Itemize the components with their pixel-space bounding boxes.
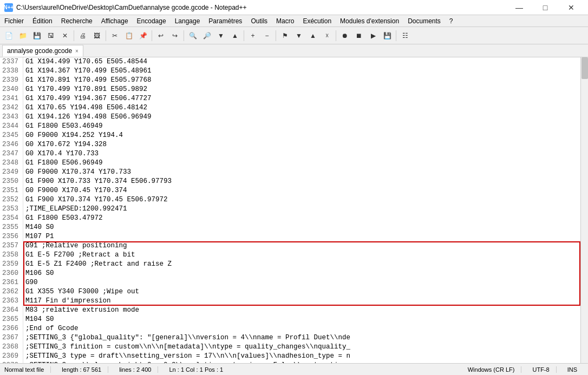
menu-item-dition[interactable]: Édition	[28, 16, 57, 26]
scrollbar-vertical[interactable]	[580, 57, 588, 363]
code-line: G0 F9000 X170.45 Y170.374	[25, 186, 580, 195]
clear-bookmarks-button[interactable]: ☓	[321, 29, 334, 42]
line-number: 2339	[2, 76, 18, 85]
menu-item-[interactable]: ?	[445, 16, 458, 26]
code-line: G1 F1800 E503.46949	[25, 122, 580, 131]
line-number: 2367	[2, 333, 18, 343]
code-line: M83 ;relative extrusion mode	[25, 306, 580, 315]
macro-play-button[interactable]: ▶	[367, 29, 380, 42]
redo-button[interactable]: ↪	[168, 29, 181, 42]
line-number: 2338	[2, 67, 18, 76]
cut-button[interactable]: ✂	[108, 29, 121, 42]
menu-item-modulesdextension[interactable]: Modules d'extension	[336, 16, 403, 26]
toolbar: 📄 📁 💾 🖫 ✕ 🖨 🖼 ✂ 📋 📌 ↩ ↪ 🔍 🔎 ▼ ▲ + − ⚑ ▼ …	[0, 27, 588, 44]
code-line: G1 E-5 Z1 F2400 ;Retract and raise Z	[25, 260, 580, 269]
menu-item-excution[interactable]: Exécution	[298, 16, 336, 26]
print-preview-button[interactable]: 🖼	[90, 29, 103, 42]
code-line: M104 S0	[25, 315, 580, 324]
title-bar: N++ C:\Users\aurel\OneDrive\Desktop\CamD…	[0, 0, 588, 15]
code-line: ;SETTING_3 one\\nlayer_height_0 = 0.2\\n…	[25, 361, 580, 363]
open-button[interactable]: 📁	[16, 29, 29, 42]
code-line: G1 F900 X170.733 Y170.374 E506.97793	[25, 177, 580, 186]
scrollbar-thumb[interactable]	[582, 57, 588, 79]
close-button[interactable]: ✕	[559, 2, 584, 13]
code-line: G0 F9000 X194.252 Y194.4	[25, 131, 580, 140]
code-line: G1 X194.367 Y170.499 E505.48961	[25, 67, 580, 76]
line-number: 2369	[2, 352, 18, 361]
menu-item-outils[interactable]: Outils	[246, 16, 272, 26]
status-position: Ln : 1 Col : 1 Pos : 1	[169, 366, 230, 373]
line-number: 2356	[2, 232, 18, 241]
paste-button[interactable]: 📌	[136, 29, 149, 42]
code-line: G1 X170.891 Y170.499 E505.97768	[25, 76, 580, 85]
prev-bookmark-button[interactable]: ▲	[306, 29, 319, 42]
code-line: ;SETTING_3 {"global_quality": "[general]…	[25, 333, 580, 343]
minimize-button[interactable]: —	[507, 2, 532, 13]
code-line: ;TIME_ELAPSED:1200.992471	[25, 205, 580, 214]
save-all-button[interactable]: 🖫	[44, 29, 57, 42]
code-line: G91 ;Relative positioning	[25, 241, 580, 251]
zoom-out-button[interactable]: −	[260, 29, 273, 42]
code-line: G1 F1800 E506.96949	[25, 159, 580, 168]
menu-item-recherche[interactable]: Recherche	[57, 16, 97, 26]
line-number: 2351	[2, 186, 18, 195]
next-bookmark-button[interactable]: ▼	[292, 29, 305, 42]
undo-button[interactable]: ↩	[154, 29, 167, 42]
macro-record-button[interactable]: ⏺	[338, 29, 351, 42]
code-line: M107 P1	[25, 232, 580, 241]
find-button[interactable]: 🔍	[186, 29, 199, 42]
line-numbers: 2337233823392340234123422343234423452346…	[0, 57, 23, 363]
search-next-button[interactable]: ▼	[214, 29, 227, 42]
line-number: 2348	[2, 159, 18, 168]
menu-item-paramtres[interactable]: Paramètres	[204, 16, 246, 26]
separator-1	[74, 30, 74, 41]
menu-item-fichier[interactable]: Fichier	[0, 16, 28, 26]
status-lines: lines : 2 400	[119, 366, 158, 373]
bookmark-button[interactable]: ⚑	[278, 29, 291, 42]
code-line: G1 X194.499 Y170.65 E505.48544	[25, 57, 580, 67]
code-content[interactable]: G1 X194.499 Y170.65 E505.48544G1 X194.36…	[23, 57, 580, 363]
code-line: G0 X170.4 Y170.733	[25, 149, 580, 159]
copy-button[interactable]: 📋	[122, 29, 135, 42]
line-number: 2353	[2, 205, 18, 214]
code-line: G1 X355 Y340 F3000 ;Wipe out	[25, 287, 580, 297]
tab-label: annalyse gcode.gcode	[7, 47, 72, 55]
status-file-type: Normal text file	[4, 366, 51, 373]
menu-item-documents[interactable]: Documents	[403, 16, 445, 26]
line-number: 2341	[2, 94, 18, 103]
close-button-tb[interactable]: ✕	[58, 29, 71, 42]
code-line: G1 X194.126 Y194.498 E506.96949	[25, 113, 580, 122]
macro-save-button[interactable]: 💾	[381, 29, 394, 42]
menu-item-macro[interactable]: Macro	[272, 16, 298, 26]
tab-bar: annalyse gcode.gcode ×	[0, 44, 588, 57]
window-title: C:\Users\aurel\OneDrive\Desktop\CamDuet\…	[16, 4, 247, 11]
editor-area: 2337233823392340234123422343234423452346…	[0, 57, 588, 363]
line-number: 2342	[2, 103, 18, 113]
code-line: ;SETTING_3 finition = custom\\n\\n[metad…	[25, 343, 580, 352]
tab-close-button[interactable]: ×	[75, 48, 79, 54]
line-number: 2340	[2, 85, 18, 94]
print-button[interactable]: 🖨	[76, 29, 89, 42]
new-button[interactable]: 📄	[2, 29, 15, 42]
status-encoding: UTF-8	[532, 366, 556, 373]
replace-button[interactable]: 🔎	[200, 29, 213, 42]
syntax-button[interactable]: ☷	[398, 29, 411, 42]
save-button[interactable]: 💾	[30, 29, 43, 42]
macro-stop-button[interactable]: ⏹	[352, 29, 365, 42]
status-insert-mode: INS	[567, 366, 584, 373]
search-prev-button[interactable]: ▲	[228, 29, 241, 42]
status-right: Windows (CR LF) UTF-8 INS	[468, 366, 584, 373]
zoom-in-button[interactable]: +	[246, 29, 259, 42]
code-line: M117 Fin d'impression	[25, 297, 580, 306]
file-tab[interactable]: annalyse gcode.gcode ×	[2, 45, 83, 57]
maximize-button[interactable]: □	[533, 2, 558, 13]
menu-item-affichage[interactable]: Affichage	[97, 16, 133, 26]
separator-5	[244, 30, 244, 41]
line-number: 2368	[2, 343, 18, 352]
menu-item-encodage[interactable]: Encodage	[133, 16, 171, 26]
line-number: 2358	[2, 251, 18, 260]
menu-item-langage[interactable]: Langage	[171, 16, 205, 26]
separator-8	[396, 30, 396, 41]
window-controls: — □ ✕	[507, 2, 584, 13]
line-number: 2360	[2, 269, 18, 278]
